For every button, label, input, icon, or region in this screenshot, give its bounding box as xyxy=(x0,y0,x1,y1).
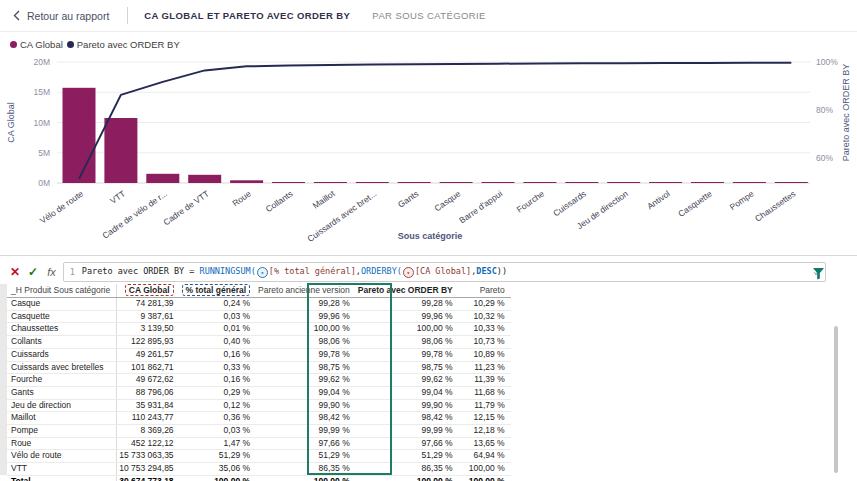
bar[interactable] xyxy=(523,182,556,183)
bar[interactable] xyxy=(440,182,473,183)
column-header[interactable]: Pareto avec ORDER BY xyxy=(356,284,459,298)
table-row[interactable]: Collants122 895,930,40 %98,06 %98,06 %10… xyxy=(7,336,511,349)
bar[interactable] xyxy=(565,182,598,183)
column-header[interactable]: CA Global xyxy=(117,284,180,298)
x-axis-label: Gants xyxy=(396,188,420,209)
table-cell: 99,96 % xyxy=(256,310,356,323)
table-cell: 110 243,77 xyxy=(117,412,180,425)
table-cell: 0,12 % xyxy=(180,399,256,412)
tab-par-sous-categorie[interactable]: PAR SOUS CATÉGORIE xyxy=(372,10,485,21)
bar[interactable] xyxy=(356,182,389,183)
dax-token: [CA Global] xyxy=(415,266,471,276)
bar[interactable] xyxy=(775,182,808,183)
bar[interactable] xyxy=(482,182,515,183)
table-cell: 100,00 % xyxy=(256,475,356,481)
back-to-report-button[interactable]: Retour au rapport xyxy=(13,10,109,22)
table-row[interactable]: Jeu de direction35 931,840,12 %99,90 %99… xyxy=(7,399,511,412)
bar[interactable] xyxy=(146,174,179,183)
y-right-axis-title: Pareto avec ORDER BY xyxy=(841,64,851,162)
table-cell: 11,23 % xyxy=(459,361,511,374)
table-row[interactable]: Casquette9 387,610,03 %99,96 %99,96 %10,… xyxy=(7,310,511,323)
back-label: Retour au rapport xyxy=(27,10,109,22)
bar[interactable] xyxy=(104,118,137,183)
x-axis-label: Maillot xyxy=(311,188,337,211)
y-left-tick: 0M xyxy=(38,178,50,188)
formula-bar: ✕ ✓ fx 1 Pareto avec ORDER BY = RUNNINGS… xyxy=(0,261,826,283)
table-cell: 0,03 % xyxy=(180,425,256,438)
vertical-scrollbar[interactable] xyxy=(834,326,838,473)
table-cell: 99,62 % xyxy=(356,374,459,387)
table-row[interactable]: Total30 674 773,18100,00 %100,00 %100,00… xyxy=(7,475,511,481)
y-left-axis-title: CA Global xyxy=(6,102,16,143)
fx-icon: fx xyxy=(47,266,56,278)
bar[interactable] xyxy=(314,182,347,183)
dax-formula-text: Pareto avec ORDER BY = RUNNINGSUM(▾[% to… xyxy=(82,266,507,279)
table-cell: 98,75 % xyxy=(256,361,356,374)
table-cell: 10,89 % xyxy=(459,348,511,361)
table-cell: Total xyxy=(7,475,117,481)
column-header[interactable]: Pareto ancienne version xyxy=(256,284,356,298)
table-cell: 86,35 % xyxy=(256,463,356,476)
table-cell: 51,29 % xyxy=(180,450,256,463)
x-axis-label: Cuissards xyxy=(551,188,588,218)
table-row[interactable]: Cuissards49 261,570,16 %99,78 %99,78 %10… xyxy=(7,348,511,361)
table-row[interactable]: Maillot110 243,770,36 %98,42 %98,42 %12,… xyxy=(7,412,511,425)
x-axis-label: Casque xyxy=(433,188,463,213)
dax-token: Pareto avec ORDER BY = xyxy=(82,266,200,276)
table-cell: 99,78 % xyxy=(256,348,356,361)
bar[interactable] xyxy=(63,88,96,183)
table-row[interactable]: Roue452 122,121,47 %97,66 %97,66 %13,65 … xyxy=(7,437,511,450)
table-row[interactable]: Casque74 281,390,24 %99,28 %99,28 %10,29… xyxy=(7,298,511,311)
table-cell: 99,04 % xyxy=(356,386,459,399)
dax-formula-input[interactable]: 1 Pareto avec ORDER BY = RUNNINGSUM(▾[% … xyxy=(63,262,826,282)
dropdown-circle-icon[interactable]: ▾ xyxy=(403,267,414,278)
table-cell: 1,47 % xyxy=(180,437,256,450)
table-cell: 35,06 % xyxy=(180,463,256,476)
table-cell: 99,99 % xyxy=(356,425,459,438)
bar[interactable] xyxy=(691,182,724,183)
column-header[interactable]: _H Produit Sous catégorie xyxy=(7,284,117,298)
table-cell: Casquette xyxy=(7,310,117,323)
formula-line-number: 1 xyxy=(70,267,75,277)
table-row[interactable]: Fourche49 672,620,16 %99,62 %99,62 %11,3… xyxy=(7,374,511,387)
table-cell: 98,42 % xyxy=(256,412,356,425)
table-row[interactable]: Vélo de route15 733 063,3551,29 %51,29 %… xyxy=(7,450,511,463)
table-cell: 0,36 % xyxy=(180,412,256,425)
table-cell: 99,62 % xyxy=(256,374,356,387)
bar[interactable] xyxy=(733,182,766,183)
table-cell: 122 895,93 xyxy=(117,336,180,349)
table-row[interactable]: VTT10 753 294,8535,06 %86,35 %86,35 %100… xyxy=(7,463,511,476)
bar[interactable] xyxy=(230,180,263,183)
cancel-formula-icon[interactable]: ✕ xyxy=(10,265,20,279)
bar[interactable] xyxy=(649,182,682,183)
table-row[interactable]: Cuissards avec bretelles101 862,710,33 %… xyxy=(7,361,511,374)
table-cell: 35 931,84 xyxy=(117,399,180,412)
pareto-line[interactable] xyxy=(79,63,791,179)
column-header[interactable]: % total général xyxy=(180,284,256,298)
table-cell: 51,29 % xyxy=(356,450,459,463)
table-cell: 0,40 % xyxy=(180,336,256,349)
pareto-combo-chart[interactable]: 0M5M10M15M20M60%80%100%Vélo de routeVTTC… xyxy=(0,32,857,259)
table-row[interactable]: Gants88 796,060,29 %99,04 %99,04 %11,68 … xyxy=(7,386,511,399)
x-axis-label: Cuissards avec bret... xyxy=(305,188,378,243)
table-cell: Fourche xyxy=(7,374,117,387)
table-row[interactable]: Pompe8 369,260,03 %99,99 %99,99 %12,18 % xyxy=(7,425,511,438)
column-header[interactable]: Pareto xyxy=(459,284,511,298)
y-left-tick: 15M xyxy=(33,87,50,97)
bar[interactable] xyxy=(272,182,305,183)
bar[interactable] xyxy=(607,182,640,183)
data-view-panel: ✕ ✓ fx 1 Pareto avec ORDER BY = RUNNINGS… xyxy=(0,256,857,481)
table-row[interactable]: Chaussettes3 139,500,01 %100,00 %100,00 … xyxy=(7,323,511,336)
bar[interactable] xyxy=(398,182,431,183)
table-cell: 98,42 % xyxy=(356,412,459,425)
commit-formula-icon[interactable]: ✓ xyxy=(28,265,38,279)
table-cell: 11,68 % xyxy=(459,386,511,399)
bar[interactable] xyxy=(188,175,221,183)
table-cell: 10,33 % xyxy=(459,323,511,336)
dropdown-circle-icon[interactable]: ▾ xyxy=(257,267,268,278)
table-cell: 99,99 % xyxy=(256,425,356,438)
table-cell: 100,00 % xyxy=(256,323,356,336)
tab-ca-global-pareto[interactable]: CA GLOBAL ET PARETO AVEC ORDER BY xyxy=(144,10,350,21)
x-axis-label: Pompe xyxy=(728,188,756,212)
filter-funnel-icon[interactable] xyxy=(812,267,825,280)
